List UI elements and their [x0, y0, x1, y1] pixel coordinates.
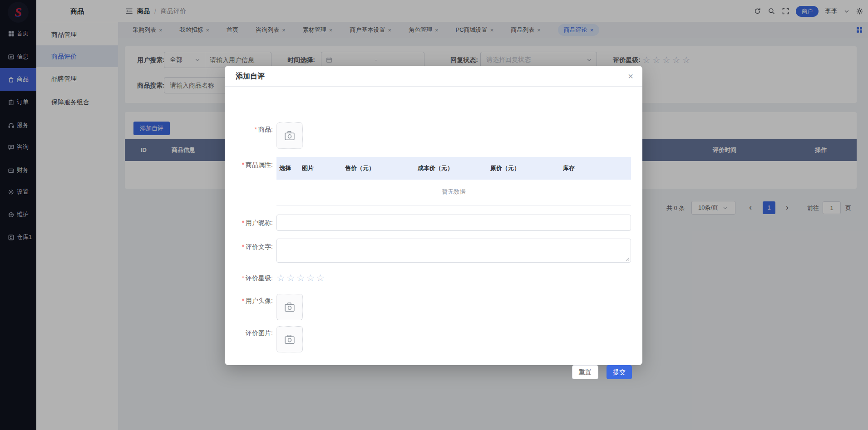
app-root: S 首页 信息 商品 订单 服务 咨询 财务	[0, 0, 868, 430]
nickname-input[interactable]	[276, 215, 631, 231]
star-icon[interactable]: ☆	[286, 272, 295, 284]
review-text-textarea[interactable]	[276, 239, 631, 263]
attr-col-price: 售价（元）	[342, 164, 415, 172]
avatar-upload-button[interactable]	[276, 294, 303, 320]
product-upload-button[interactable]	[276, 122, 303, 149]
review-text-label: 评价文字:	[246, 243, 273, 250]
required-mark: *	[255, 126, 257, 133]
attr-col-original-price: 原价（元）	[488, 164, 560, 172]
star-icon[interactable]: ☆	[296, 272, 305, 284]
avatar-label: 用户头像:	[246, 297, 273, 304]
submit-button[interactable]: 提交	[607, 365, 632, 379]
nickname-label: 用户昵称:	[246, 219, 273, 226]
attr-col-select: 选择	[276, 164, 299, 172]
resize-handle-icon[interactable]	[626, 257, 630, 261]
close-icon[interactable]: ×	[628, 71, 633, 81]
attr-col-image: 图片	[299, 164, 342, 172]
star-icon[interactable]: ☆	[306, 272, 315, 284]
camera-icon	[284, 302, 295, 312]
attr-col-stock: 库存	[560, 164, 631, 172]
field-star-rating: *评价星级: ☆ ☆ ☆ ☆ ☆	[225, 272, 642, 284]
add-self-review-modal: 添加自评 × *商品: *商品属性: 选择 图片 售价（元） 成本价（元） 原价…	[225, 66, 642, 365]
modal-body: *商品: *商品属性: 选择 图片 售价（元） 成本价（元） 原价（元） 库存 …	[225, 87, 642, 365]
required-mark: *	[242, 219, 244, 226]
camera-icon	[284, 131, 295, 141]
required-mark: *	[242, 297, 244, 304]
modal-header: 添加自评 ×	[225, 66, 642, 87]
field-review-images: 评价图片:	[225, 326, 642, 352]
camera-icon	[284, 334, 295, 344]
reset-button[interactable]: 重置	[572, 365, 598, 379]
review-images-label: 评价图片:	[246, 329, 273, 337]
field-avatar: *用户头像:	[225, 294, 642, 320]
review-images-upload-button[interactable]	[276, 326, 303, 352]
star-rating-input[interactable]: ☆ ☆ ☆ ☆ ☆	[276, 272, 325, 284]
star-icon[interactable]: ☆	[276, 272, 285, 284]
field-nickname: *用户昵称:	[225, 215, 642, 231]
modal-title: 添加自评	[236, 66, 265, 87]
required-mark: *	[242, 161, 244, 168]
attr-col-cost: 成本价（元）	[415, 164, 488, 172]
star-icon[interactable]: ☆	[316, 272, 325, 284]
product-label: 商品:	[258, 126, 273, 133]
required-mark: *	[242, 243, 244, 250]
required-mark: *	[242, 274, 244, 282]
field-product: *商品:	[225, 122, 642, 149]
attr-table-header: 选择 图片 售价（元） 成本价（元） 原价（元） 库存	[276, 157, 631, 180]
field-review-text: *评价文字:	[225, 239, 642, 263]
attrs-label: 商品属性:	[246, 161, 273, 168]
divider	[276, 205, 631, 206]
attr-empty-text: 暂无数据	[276, 188, 631, 196]
star-rating-label: 评价星级:	[246, 274, 273, 282]
